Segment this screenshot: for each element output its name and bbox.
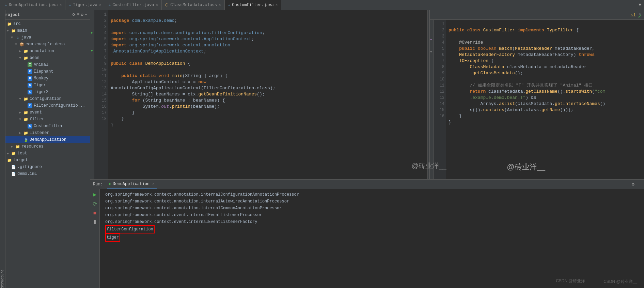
tree-label: java [21, 35, 31, 40]
tab-label: CustomFilter.java [232, 3, 273, 7]
tree-label: Tiger [34, 83, 46, 88]
tree-item-gitignore[interactable]: 📄 .gitignore [0, 164, 90, 170]
tree-item-monkey[interactable]: C Monkey [0, 75, 90, 82]
run-controls: ⚙ − [632, 182, 641, 187]
line-numbers-left: 1 2 3 4 5 6 7 8 9 10 11 12 13 [94, 10, 108, 179]
tree-item-target[interactable]: ▶ 📁 target [0, 157, 90, 164]
editors-row: ▶ ▶ 1 2 3 4 5 6 7 8 9 [90, 10, 644, 179]
right-gutter: ● ▼ [430, 20, 434, 179]
tree-label: Animal [34, 62, 48, 67]
tab-label: ClassMetadata.class [170, 3, 217, 7]
tree-item-resources[interactable]: ▶ 📁 resources [0, 143, 90, 150]
minimize-run-icon[interactable]: − [639, 182, 641, 187]
structure-label[interactable]: Structure [1, 270, 4, 288]
tree-label: com.example.demo [26, 42, 65, 47]
close-icon[interactable]: × [276, 3, 278, 7]
run-gutter-icon[interactable]: ▶ [91, 31, 93, 35]
code-left[interactable]: package com.example.demo; import com.exa… [108, 10, 427, 179]
collapse-icon[interactable]: ≡ [77, 12, 79, 17]
project-tree: ▼ 📁 src ▼ 📁 main ▼ ☕ java [0, 20, 90, 288]
tree-item-main[interactable]: ▼ 📁 main [0, 27, 90, 34]
close-run-tab[interactable]: × [152, 182, 155, 186]
run-gutter-icon2[interactable]: ▶ [91, 48, 93, 52]
tree-item-elephant[interactable]: C Elephant [0, 68, 90, 75]
tree-item-event[interactable]: ▶ 📁 event [0, 109, 90, 116]
tree-label: test [17, 151, 27, 156]
class-file-icon: ⬡ [165, 3, 169, 7]
tab-customfilter1[interactable]: ☕ CustomFilter.java × [105, 0, 162, 10]
tree-item-bean[interactable]: ▼ 📁 bean [0, 55, 90, 61]
close-icon[interactable]: × [60, 3, 62, 7]
tab-label: Tiger.java [73, 3, 97, 7]
tree-item-customfilter[interactable]: C CustomFilter [0, 123, 90, 130]
close-icon[interactable]: × [219, 3, 221, 7]
tab-classmetadata[interactable]: ⬡ ClassMetadata.class × [162, 0, 224, 10]
editor-body-left: ▶ ▶ 1 2 3 4 5 6 7 8 9 [90, 10, 427, 179]
tab-customfilter2[interactable]: ☕ CustomFilter.java × [225, 0, 282, 10]
java-file-icon3: ☕ [109, 3, 111, 7]
tree-item-package[interactable]: ▼ 📦 com.example.demo [0, 41, 90, 48]
highlighted-output: filterConfiguration [105, 225, 155, 233]
tree-label: filter [30, 117, 44, 122]
tree-item-tiger2[interactable]: C Tiger2 [0, 89, 90, 95]
tab-bar: ☕ DemoApplication.java × ☕ Tiger.java × … [0, 0, 644, 10]
tree-item-src[interactable]: ▼ 📁 src [0, 20, 90, 27]
run-layout: ▶ ⟳ ■ ⏸ org.springframework.context.anno… [90, 189, 644, 288]
tree-label: CustomFilter [34, 124, 63, 128]
output-line: org.springframework.context.event.intern… [105, 212, 639, 218]
play-btn[interactable]: ▶ [93, 191, 97, 199]
pause-btn[interactable]: ⏸ [92, 218, 98, 226]
tree-item-tiger[interactable]: C Tiger [0, 82, 90, 89]
tree-label: bean [30, 56, 40, 60]
tree-item-listener[interactable]: ▶ 📁 listener [0, 130, 90, 136]
tree-label: configuration [30, 96, 62, 101]
tree-item-filter[interactable]: ▼ 📁 filter [0, 116, 90, 123]
fold-icon[interactable]: ▼ [430, 50, 432, 54]
left-tool-strip: Structure [0, 10, 5, 288]
tab-overflow-icon[interactable]: ▼ [639, 2, 641, 7]
rerun-btn[interactable]: ⟳ [92, 200, 98, 208]
right-editor: ⚠1 ⌃ ● ▼ 1 2 3 [429, 10, 644, 179]
tree-label: Monkey [34, 76, 48, 81]
tree-label: resources [21, 144, 44, 149]
java-file-icon4: ☕ [228, 3, 231, 7]
left-gutter: ▶ ▶ [90, 10, 94, 179]
close-icon[interactable]: × [99, 3, 101, 7]
run-panel: Run: ▶ DemoApplication × ⚙ − ▶ ⟳ [90, 179, 644, 288]
sync-icon[interactable]: ⟳ [72, 12, 76, 17]
close-sidebar-icon[interactable]: − [85, 12, 87, 17]
output-line: org.springframework.context.annotation.i… [105, 205, 639, 212]
stop-btn[interactable]: ■ [93, 210, 97, 217]
tree-label: main [17, 28, 27, 33]
tree-item-filterconfig[interactable]: C FilterConfiguratio... [0, 102, 90, 109]
exec-line-icon: ● [430, 38, 432, 42]
tree-label: .gitignore [17, 165, 42, 169]
close-icon[interactable]: × [156, 3, 158, 7]
tree-item-configuration[interactable]: ▼ 📁 configuration [0, 95, 90, 102]
console-output: org.springframework.context.annotation.i… [103, 190, 641, 243]
tree-item-demoiml[interactable]: 📄 demo.iml [0, 170, 90, 177]
tree-item-annotation[interactable]: ▶ 📁 annotation [0, 48, 90, 55]
tree-item-animal[interactable]: I Animal [0, 61, 90, 68]
highlighted-output2: tiger [105, 233, 120, 242]
java-file-icon: ☕ [5, 3, 7, 7]
settings-run-icon[interactable]: ⚙ [632, 182, 634, 187]
tab-tiger[interactable]: ☕ Tiger.java × [65, 0, 105, 10]
tree-item-test[interactable]: ▶ 📁 test [0, 150, 90, 157]
run-side-buttons: ▶ ⟳ ■ ⏸ [90, 189, 100, 288]
output-line-highlighted2: tiger [105, 233, 639, 242]
tree-label: listener [30, 131, 49, 135]
tree-label: FilterConfiguratio... [34, 103, 85, 108]
ide-window: ☕ DemoApplication.java × ☕ Tiger.java × … [0, 0, 644, 288]
tree-item-java[interactable]: ▼ ☕ java [0, 34, 90, 41]
tree-label: target [13, 158, 28, 163]
code-right[interactable]: public class CustomFilter implements Typ… [446, 20, 644, 179]
tab-demo-application[interactable]: ☕ DemoApplication.java × [1, 0, 65, 10]
tree-item-demoapplication[interactable]: 🍃 DemoApplication [0, 136, 90, 143]
editors-area: ▶ ▶ 1 2 3 4 5 6 7 8 9 [90, 10, 644, 288]
console-output-area: org.springframework.context.annotation.i… [100, 189, 644, 288]
left-editor: ▶ ▶ 1 2 3 4 5 6 7 8 9 [90, 10, 427, 179]
run-tab-demoapplication[interactable]: ▶ DemoApplication × [107, 180, 157, 189]
settings-icon[interactable]: ⚙ [81, 12, 83, 17]
output-line-highlighted: filterConfiguration [105, 225, 639, 233]
